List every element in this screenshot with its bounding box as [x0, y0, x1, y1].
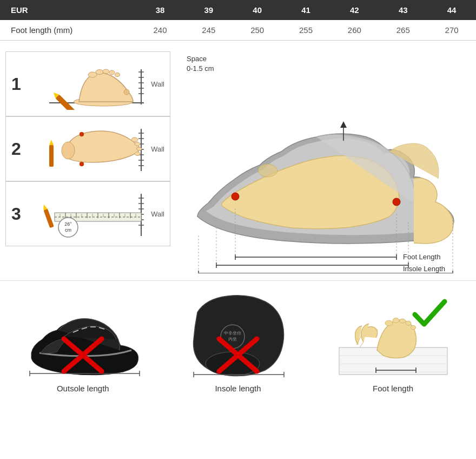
size-40: 40	[233, 0, 282, 20]
bottom-item-outsole: Outsole length	[12, 292, 153, 393]
svg-point-108	[385, 320, 393, 326]
shoe-svg-container: Foot Length Insole Length Outsole Length	[176, 57, 471, 275]
step-2-illustration: Wall	[31, 123, 164, 175]
svg-point-66	[393, 198, 400, 206]
foot-length-250: 250	[233, 20, 282, 41]
space-value: 0-1.5 cm	[187, 64, 214, 74]
svg-point-32	[80, 162, 84, 166]
eur-header: EUR	[0, 0, 136, 20]
size-42: 42	[330, 0, 379, 20]
foot-length-label: Foot length (mm)	[0, 20, 136, 41]
step-1-number: 1	[11, 74, 27, 94]
foot-length-row: Foot length (mm) 240 245 250 255 260 265…	[0, 20, 476, 41]
bottom-item-insole: 中非坐你 内坐 Insole length	[168, 292, 308, 393]
foot-image	[334, 292, 453, 378]
step-3-wall-label: Wall	[151, 210, 164, 218]
step-3-box: 3	[5, 181, 170, 246]
svg-point-12	[115, 73, 120, 76]
svg-point-111	[406, 321, 411, 325]
insole-red-x	[216, 336, 260, 376]
svg-point-9	[96, 69, 103, 74]
size-44: 44	[427, 0, 476, 20]
svg-point-64	[258, 164, 277, 177]
svg-rect-62	[43, 208, 54, 228]
svg-point-13	[124, 89, 129, 95]
foot-length-240: 240	[136, 20, 184, 41]
step-2-box: 2	[5, 116, 170, 181]
bottom-item-foot: Foot length	[323, 292, 464, 393]
instructions-section: 1	[0, 46, 476, 280]
bottom-section: Outsole length 中非坐你 内坐	[0, 280, 476, 398]
step-1-svg	[38, 58, 157, 110]
svg-point-31	[80, 132, 84, 136]
svg-point-28	[62, 142, 75, 159]
space-label: Space 0-1.5 cm	[187, 54, 214, 74]
size-41: 41	[282, 0, 330, 20]
svg-text:Insole Length: Insole Length	[403, 265, 445, 273]
svg-text:中非坐你: 中非坐你	[224, 331, 241, 336]
shoe-cross-section-svg: Foot Length Insole Length Outsole Length	[176, 57, 468, 273]
shoe-diagram: Space 0-1.5 cm	[176, 51, 471, 275]
svg-line-114	[360, 342, 363, 347]
size-chart: EUR 38 39 40 41 42 43 44 Foot length (mm…	[0, 0, 476, 41]
outsole-image	[23, 292, 142, 378]
svg-text:Foot Length: Foot Length	[403, 253, 440, 261]
size-38: 38	[136, 0, 184, 20]
svg-point-65	[232, 193, 239, 200]
svg-text:cm: cm	[65, 227, 71, 233]
insole-image: 中非坐你 内坐	[178, 292, 298, 378]
outsole-label: Outsole length	[57, 384, 109, 393]
svg-marker-34	[49, 140, 54, 145]
outsole-red-x	[61, 336, 104, 376]
svg-point-109	[393, 318, 399, 323]
size-43: 43	[379, 0, 427, 20]
svg-point-110	[399, 319, 405, 323]
space-title: Space	[187, 54, 214, 64]
foot-length-255: 255	[282, 20, 330, 41]
svg-text:26°: 26°	[64, 221, 72, 227]
foot-length-245: 245	[184, 20, 233, 41]
step-3-number: 3	[11, 204, 27, 224]
svg-point-27	[135, 152, 140, 155]
svg-point-11	[109, 70, 115, 75]
foot-length-260: 260	[330, 20, 379, 41]
step-2-wall-label: Wall	[151, 145, 164, 153]
svg-point-25	[135, 142, 140, 146]
foot-length-265: 265	[379, 20, 427, 41]
step-1-box: 1	[5, 51, 170, 116]
step-1-wall-label: Wall	[151, 80, 164, 88]
svg-rect-33	[49, 145, 54, 167]
svg-point-10	[103, 69, 109, 74]
step-2-number: 2	[11, 139, 27, 159]
insole-label: Insole length	[215, 384, 261, 393]
svg-point-26	[136, 147, 141, 150]
step-3-svg: 26° cm	[38, 188, 157, 240]
svg-point-8	[88, 72, 97, 77]
svg-point-24	[131, 137, 138, 142]
step-3-illustration: 26° cm Wall	[31, 188, 164, 240]
foot-length-270: 270	[427, 20, 476, 41]
foot-label: Foot length	[373, 384, 413, 393]
foot-green-check	[412, 297, 447, 331]
step-2-svg	[38, 123, 157, 175]
step-1-illustration: Wall	[31, 58, 164, 110]
size-39: 39	[184, 0, 233, 20]
steps-column: 1	[5, 51, 170, 246]
